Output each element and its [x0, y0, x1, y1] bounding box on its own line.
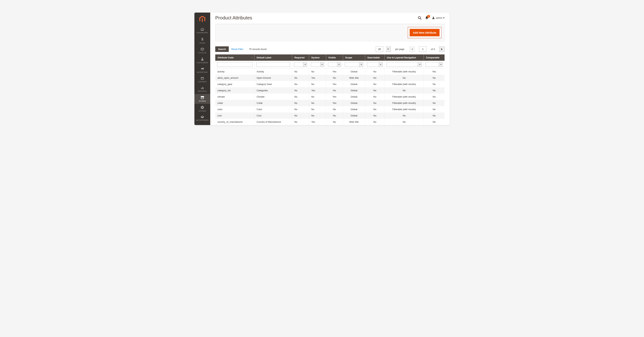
table-row[interactable]: colorColorNoNoNoGlobalNoFilterable (with…: [215, 106, 444, 112]
col-attribute-code[interactable]: Attribute Code↓: [215, 54, 254, 61]
table-cell: Yes: [309, 87, 326, 94]
col-comparable[interactable]: Comparable: [424, 54, 444, 61]
col-visible[interactable]: Visible: [326, 54, 343, 61]
table-cell: Filterable (with results): [384, 68, 424, 75]
nav-content[interactable]: CONTENT: [194, 75, 210, 84]
nav-label: MARKETING: [197, 71, 208, 73]
filter-visible[interactable]: [328, 62, 337, 67]
table-cell: Global: [343, 87, 365, 94]
col-required[interactable]: Required: [292, 54, 309, 61]
table-row[interactable]: category_idsCategoriesNoYesNoGlobalNoNoN…: [215, 87, 444, 94]
notifications-button[interactable]: 1: [425, 16, 428, 20]
current-page-input[interactable]: [419, 46, 426, 52]
dropdown-icon[interactable]: [337, 62, 341, 67]
user-label: admin: [436, 16, 442, 19]
table-cell: No: [292, 112, 309, 119]
nav-stores[interactable]: STORES: [194, 94, 210, 104]
nav-sales[interactable]: $ SALES: [194, 36, 210, 46]
table-cell: Yes: [326, 81, 343, 87]
table-row[interactable]: activityActivityNoNoYesGlobalNoFilterabl…: [215, 68, 444, 75]
table-cell: Yes: [326, 68, 343, 75]
dropdown-icon[interactable]: [439, 62, 443, 67]
table-cell: No: [365, 81, 385, 87]
col-layered[interactable]: Use in Layered Navigation: [384, 54, 424, 61]
filter-layered[interactable]: [386, 62, 418, 67]
table-row[interactable]: country_of_manufactureCountry of Manufac…: [215, 119, 444, 125]
page-header: Product Attributes 1 admin: [210, 12, 450, 22]
attributes-grid: Attribute Code↓ Default Label Required S…: [215, 54, 444, 125]
table-cell: No: [292, 68, 309, 75]
prev-page-button[interactable]: [409, 46, 415, 52]
filter-attribute-code[interactable]: [217, 62, 252, 67]
nav-dashboard[interactable]: DASHBOARD: [194, 26, 210, 36]
table-cell: country_of_manufacture: [215, 119, 254, 125]
filter-scope[interactable]: [345, 62, 359, 67]
table-cell: No: [326, 112, 343, 119]
dropdown-icon[interactable]: [359, 62, 363, 67]
nav-marketing[interactable]: MARKETING: [194, 66, 210, 75]
table-cell: Global: [343, 94, 365, 100]
table-cell: No: [292, 100, 309, 106]
col-searchable[interactable]: Searchable: [365, 54, 385, 61]
search-icon[interactable]: [418, 16, 422, 20]
gear-icon: [200, 106, 204, 109]
dropdown-icon[interactable]: [418, 62, 422, 67]
table-cell: No: [309, 100, 326, 106]
col-scope[interactable]: Scope: [343, 54, 365, 61]
table-cell: No: [365, 106, 385, 112]
col-system[interactable]: System: [309, 54, 326, 61]
nav-label: SALES: [200, 42, 205, 44]
table-cell: collar: [215, 100, 254, 106]
table-row[interactable]: allow_open_amountOpen AmountNoYesNoWeb S…: [215, 75, 444, 81]
filter-row: [215, 61, 444, 68]
next-page-button[interactable]: [439, 46, 444, 52]
table-row[interactable]: collarCollarNoNoYesGlobalNoFilterable (w…: [215, 100, 444, 106]
table-row[interactable]: category_gearCategory GearNoNoYesGlobalN…: [215, 81, 444, 87]
table-cell: Category Gear: [254, 81, 292, 87]
svg-line-2: [420, 18, 421, 20]
table-cell: Collar: [254, 100, 292, 106]
table-cell: Global: [343, 112, 365, 119]
table-cell: No: [326, 87, 343, 94]
magento-logo: [199, 16, 206, 23]
dashboard-icon: [200, 28, 204, 31]
table-cell: Country of Manufacture: [254, 119, 292, 125]
table-row[interactable]: climateClimateNoNoYesGlobalNoFilterable …: [215, 94, 444, 100]
nav-reports[interactable]: REPORTS: [194, 84, 210, 94]
table-cell: Cost: [254, 112, 292, 119]
highlight-box: Add New Attribute: [408, 27, 442, 38]
filter-required[interactable]: [294, 62, 303, 67]
header-row: Attribute Code↓ Default Label Required S…: [215, 54, 444, 61]
table-cell: Color: [254, 106, 292, 112]
table-row[interactable]: costCostNoNoNoGlobalNoNoNo: [215, 112, 444, 119]
table-cell: No: [309, 81, 326, 87]
search-button[interactable]: Search: [215, 46, 229, 52]
dropdown-icon[interactable]: [320, 62, 324, 67]
table-cell: Yes: [309, 75, 326, 81]
table-cell: No: [384, 75, 424, 81]
table-cell: No: [326, 119, 343, 125]
table-cell: No: [365, 68, 385, 75]
chevron-down-icon: [443, 18, 444, 18]
nav-partners[interactable]: ND PARTNERS: [194, 114, 210, 123]
nav-system[interactable]: SYSTEM: [194, 104, 210, 114]
col-default-label[interactable]: Default Label: [254, 54, 292, 61]
add-new-attribute-button[interactable]: Add New Attribute: [410, 29, 440, 36]
table-cell: No: [292, 119, 309, 125]
user-menu[interactable]: admin: [432, 16, 444, 20]
filter-system[interactable]: [311, 62, 320, 67]
nav-customers[interactable]: CUSTOMERS: [194, 56, 210, 66]
filter-default-label[interactable]: [256, 62, 290, 67]
nav-catalog[interactable]: CATALOG: [194, 46, 210, 56]
table-cell: No: [309, 106, 326, 112]
records-found: 75 records found: [249, 48, 267, 50]
table-cell: No: [384, 119, 424, 125]
table-cell: Web Site: [343, 75, 365, 81]
dropdown-icon[interactable]: [379, 62, 383, 67]
filter-comparable[interactable]: [426, 62, 439, 67]
reset-filter-link[interactable]: Reset Filter: [231, 48, 243, 50]
filter-searchable[interactable]: [367, 62, 379, 67]
page-size-dropdown[interactable]: [386, 46, 391, 52]
page-size-input[interactable]: [376, 46, 383, 52]
dropdown-icon[interactable]: [303, 62, 307, 67]
